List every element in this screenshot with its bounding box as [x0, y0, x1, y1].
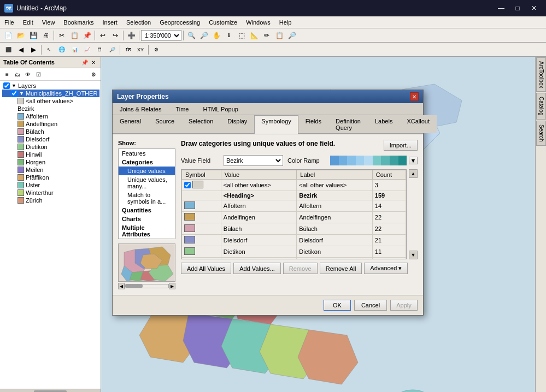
layer-zurich[interactable]: Zürich [2, 197, 99, 204]
open-button[interactable]: 📂 [15, 29, 27, 41]
table-row[interactable]: Dietikon Dietikon 11 [182, 246, 406, 258]
toc-options-button[interactable]: ⚙ [89, 69, 98, 79]
layers-expand-arrow[interactable]: ▼ [11, 83, 16, 88]
layer-andelfingen[interactable]: Andelfingen [2, 120, 99, 128]
layer-horgen[interactable]: Horgen [2, 158, 99, 166]
municipalities-expand[interactable]: ▼ [19, 91, 24, 96]
layer-winterthur[interactable]: Winterthur [2, 189, 99, 197]
scroll-left-btn[interactable]: ◀ [118, 283, 125, 289]
scale-dropdown[interactable]: 1:350'000 [141, 30, 181, 41]
show-item-unique-values[interactable]: Unique values [119, 167, 175, 175]
remove-all-button[interactable]: Remove All [320, 263, 362, 274]
graph-button[interactable]: 📈 [81, 44, 93, 56]
minimize-button[interactable]: — [494, 3, 509, 14]
arctoolbox-tab[interactable]: ArcToolbox [536, 57, 546, 92]
full-extent-button[interactable]: ⬛ [2, 44, 14, 56]
table-row[interactable]: <all other values> <all other values> 3 [182, 180, 406, 191]
add-data-button[interactable]: ➕ [125, 29, 137, 41]
copy-button[interactable]: 📋 [68, 29, 80, 41]
table-row[interactable]: Dielsdorf Dielsdorf 21 [182, 235, 406, 246]
layer-dietikon[interactable]: Dietikon [2, 143, 99, 151]
value-field-select[interactable]: Bezirk [224, 155, 283, 166]
cut-button[interactable]: ✂ [56, 29, 68, 41]
maximize-button[interactable]: □ [510, 3, 525, 14]
menu-windows[interactable]: Windows [242, 16, 275, 28]
table-row[interactable]: Hinwil Hinwil 11 [182, 258, 406, 260]
layer-dielsdorf[interactable]: Dielsdorf [2, 135, 99, 143]
color-ramp[interactable] [330, 156, 407, 165]
cancel-button[interactable]: Cancel [354, 300, 387, 311]
paste-button[interactable]: 📌 [81, 29, 93, 41]
menu-bookmarks[interactable]: Bookmarks [59, 16, 98, 28]
toc-horizontal-scrollbar[interactable] [0, 389, 101, 392]
show-item-match-symbols[interactable]: Match to symbols in a... [119, 191, 175, 206]
symbol-scroll-container[interactable]: Symbol Value Label Count [181, 169, 407, 259]
save-button[interactable]: 💾 [27, 29, 39, 41]
pan-button[interactable]: ✋ [210, 29, 222, 41]
menu-help[interactable]: Help [275, 16, 296, 28]
other-values-item[interactable]: <all other values> [2, 97, 99, 105]
forward-extent-button[interactable]: ▶ [27, 44, 39, 56]
menu-insert[interactable]: Insert [98, 16, 122, 28]
import-button[interactable]: Import... [384, 140, 418, 151]
show-item-categories[interactable]: Categories [119, 158, 175, 167]
tab-xcallout[interactable]: XCallout [400, 115, 437, 133]
toc-list-view-button[interactable]: ≡ [2, 69, 12, 79]
dialog-close-button[interactable]: ✕ [410, 92, 419, 101]
editor-button[interactable]: ✏ [261, 29, 273, 41]
layer-municipalities[interactable]: ▼ Municipalities_ZH_OTHER [2, 90, 99, 97]
scroll-down-arrow[interactable]: ▼ [409, 251, 418, 259]
tab-joins-relates[interactable]: Joins & Relates [113, 103, 168, 115]
apply-button[interactable]: Apply [390, 300, 418, 311]
tab-symbology[interactable]: Symbology [254, 115, 298, 134]
effects-button[interactable]: ⚙ [150, 44, 162, 56]
map-area[interactable]: Layer Properties ✕ Joins & Relates Time … [101, 57, 535, 392]
scroll-up-arrow[interactable]: ▲ [409, 169, 418, 178]
select-button[interactable]: ⬚ [236, 29, 248, 41]
sym-color[interactable] [184, 259, 195, 259]
tab-html-popup[interactable]: HTML Popup [196, 103, 245, 115]
show-item-quantities[interactable]: Quantities [119, 206, 175, 215]
coord-button[interactable]: XY [134, 44, 146, 56]
attribute-table-button[interactable]: 📊 [68, 44, 80, 56]
tab-source[interactable]: Source [148, 115, 181, 133]
undo-button[interactable]: ↩ [97, 29, 109, 41]
toc-close-button[interactable]: ✕ [90, 58, 97, 66]
sym-color[interactable] [184, 224, 195, 232]
table-row[interactable]: Andelfingen Andelfingen 22 [182, 212, 406, 223]
scroll-right-btn[interactable]: ▶ [169, 283, 175, 289]
add-all-values-button[interactable]: Add All Values [181, 263, 231, 274]
advanced-button[interactable]: Advanced ▾ [364, 263, 408, 274]
tab-selection[interactable]: Selection [181, 115, 220, 133]
layer-bulach[interactable]: Bülach [2, 128, 99, 135]
menu-selection[interactable]: Selection [122, 16, 155, 28]
tab-time[interactable]: Time [168, 103, 196, 115]
layer-meilen[interactable]: Meilen [2, 166, 99, 174]
tab-display[interactable]: Display [220, 115, 254, 133]
remove-button[interactable]: Remove [283, 263, 318, 274]
menu-view[interactable]: View [38, 16, 60, 28]
globe-button[interactable]: 🌐 [56, 44, 68, 56]
show-item-multiple[interactable]: Multiple Attributes [119, 223, 175, 239]
menu-customize[interactable]: Customize [204, 16, 242, 28]
show-scrollbar[interactable]: ◀ ▶ [118, 283, 175, 289]
ok-button[interactable]: OK [324, 300, 351, 311]
tab-labels[interactable]: Labels [368, 115, 400, 133]
layer-pfaffikon[interactable]: Pfäffikon [2, 174, 99, 181]
table-row[interactable]: Bülach Bülach 22 [182, 223, 406, 235]
tab-general[interactable]: General [113, 115, 148, 133]
catalog-tab[interactable]: Catalog [536, 93, 546, 119]
color-ramp-dropdown-btn[interactable]: ▼ [409, 157, 418, 164]
tab-fields[interactable]: Fields [298, 115, 328, 133]
print-button[interactable]: 🖨 [40, 29, 52, 41]
toc-pin-button[interactable]: 📌 [81, 58, 89, 66]
search-btn[interactable]: 🔎 [286, 29, 298, 41]
select-elements-button[interactable]: ↖ [43, 44, 55, 56]
tab-definition-query[interactable]: Definition Query [328, 115, 368, 133]
identify-button[interactable]: ℹ [223, 29, 235, 41]
magnifier-button[interactable]: 🔎 [106, 44, 118, 56]
zoom-in-button[interactable]: 🔍 [185, 29, 197, 41]
redo-button[interactable]: ↪ [109, 29, 121, 41]
table-row[interactable]: <Heading> Bezirk 159 [182, 191, 406, 200]
menu-edit[interactable]: Edit [19, 16, 38, 28]
